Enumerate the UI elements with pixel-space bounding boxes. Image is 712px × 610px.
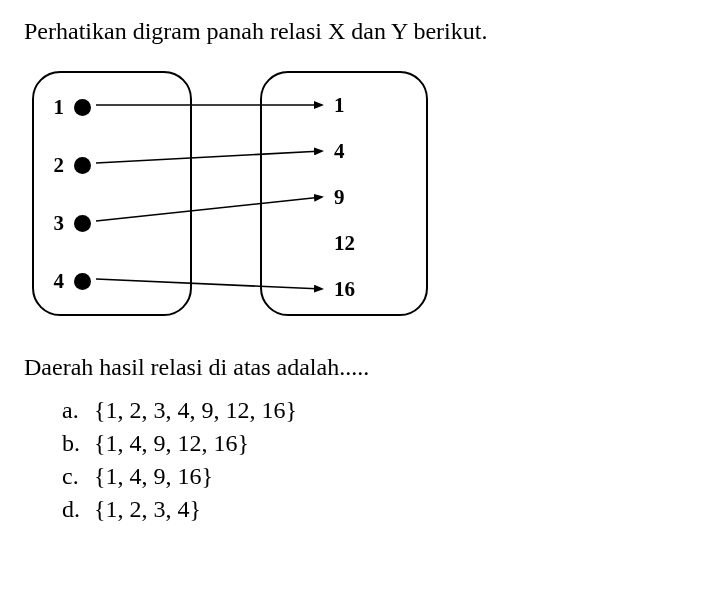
y-element: 9 (334, 185, 345, 210)
option-text: {1, 2, 3, 4, 9, 12, 16} (94, 397, 297, 423)
dot-icon (74, 99, 91, 116)
option-text: {1, 2, 3, 4} (94, 496, 201, 522)
option-letter: d. (62, 496, 88, 523)
dot-icon (74, 273, 91, 290)
x-element: 4 (42, 269, 91, 294)
option-letter: c. (62, 463, 88, 490)
x-label: 2 (42, 153, 64, 178)
option-c: c. {1, 4, 9, 16} (62, 463, 694, 490)
x-label: 1 (42, 95, 64, 120)
option-b: b. {1, 4, 9, 12, 16} (62, 430, 694, 457)
y-element: 4 (334, 139, 345, 164)
x-label: 3 (42, 211, 64, 236)
result-prompt: Daerah hasil relasi di atas adalah..... (24, 354, 694, 381)
x-element: 1 (42, 95, 91, 120)
question-text: Perhatikan digram panah relasi X dan Y b… (24, 18, 694, 45)
option-a: a. {1, 2, 3, 4, 9, 12, 16} (62, 397, 694, 424)
option-d: d. {1, 2, 3, 4} (62, 496, 694, 523)
arrow-diagram: 1 2 3 4 1 4 9 12 16 (24, 63, 444, 328)
y-element: 12 (334, 231, 355, 256)
option-text: {1, 4, 9, 12, 16} (94, 430, 249, 456)
answer-options: a. {1, 2, 3, 4, 9, 12, 16} b. {1, 4, 9, … (24, 397, 694, 523)
option-text: {1, 4, 9, 16} (94, 463, 213, 489)
dot-icon (74, 157, 91, 174)
x-element: 3 (42, 211, 91, 236)
x-label: 4 (42, 269, 64, 294)
dot-icon (74, 215, 91, 232)
option-letter: b. (62, 430, 88, 457)
option-letter: a. (62, 397, 88, 424)
y-element: 16 (334, 277, 355, 302)
y-element: 1 (334, 93, 345, 118)
x-element: 2 (42, 153, 91, 178)
